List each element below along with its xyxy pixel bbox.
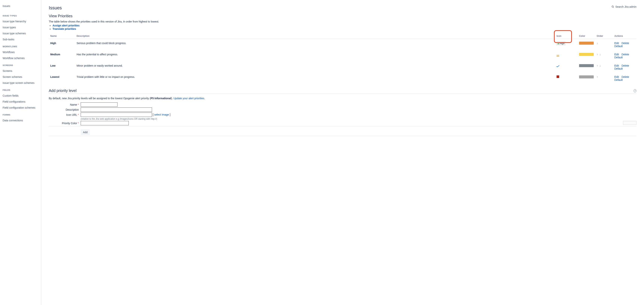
order-down-icon[interactable]: ↓: [600, 64, 601, 67]
form-note: By default, new Jira priority levels wil…: [49, 97, 636, 100]
svg-point-0: [612, 6, 614, 7]
low-priority-icon: [556, 65, 559, 67]
delete-link[interactable]: Delete: [622, 42, 629, 45]
table-row: Low Minor problem or easily worked aroun…: [49, 62, 636, 73]
order-up-icon[interactable]: ↑: [597, 64, 598, 67]
color-swatch: [579, 64, 594, 67]
default-link[interactable]: Default: [614, 56, 622, 59]
sidebar-item[interactable]: Issue type screen schemes: [3, 80, 41, 86]
priorities-table: Name Description Icon Color Order Action…: [49, 33, 636, 84]
search-admin[interactable]: Search Jira admin: [612, 5, 636, 8]
sidebar-group-header: FIELDS: [3, 89, 41, 91]
sidebar-top[interactable]: Issues: [3, 4, 41, 12]
icon-hint: (relative to the Jira web application e.…: [81, 118, 170, 120]
table-row: Lowest Trivial problem with little or no…: [49, 73, 636, 84]
order-up-icon[interactable]: ↑: [597, 76, 598, 78]
sidebar-item[interactable]: Workflows: [3, 49, 41, 55]
delete-link[interactable]: Delete: [622, 64, 629, 67]
sidebar-item[interactable]: Field configurations: [3, 99, 41, 105]
edit-link[interactable]: Edit: [614, 42, 619, 45]
help-icon[interactable]: ?: [634, 89, 636, 92]
sidebar-item[interactable]: Data connections: [3, 118, 41, 124]
priority-desc: Trivial problem with little or no impact…: [75, 73, 555, 84]
icon-header-highlight: [554, 30, 572, 43]
color-preview: [623, 121, 636, 125]
priority-name: Medium: [49, 50, 75, 62]
sidebar-item[interactable]: Sub-tasks: [3, 36, 41, 42]
add-button[interactable]: Add: [81, 129, 90, 135]
search-label: Search Jira admin: [615, 5, 636, 8]
add-heading: Add priority level: [49, 88, 76, 93]
color-input[interactable]: [81, 121, 129, 125]
priority-name: Lowest: [49, 73, 75, 84]
color-swatch: [579, 42, 594, 45]
order-down-icon[interactable]: ↓: [600, 53, 601, 56]
name-input[interactable]: [81, 102, 118, 107]
divider: [49, 126, 636, 126]
th-name: Name: [49, 33, 75, 39]
default-link[interactable]: Default: [614, 78, 622, 82]
priority-desc: Has the potential to affect progress.: [75, 50, 555, 62]
sidebar-item[interactable]: Issue type hierarchy: [3, 18, 41, 24]
page-title: Issues: [49, 5, 62, 10]
order-down-icon[interactable]: ↓: [597, 42, 598, 45]
edit-link[interactable]: Edit: [614, 76, 619, 78]
divider: [49, 94, 636, 94]
color-swatch: [579, 76, 594, 78]
select-image-link[interactable]: select image: [154, 113, 169, 116]
desc-input[interactable]: [81, 108, 152, 112]
sidebar-item[interactable]: Screen schemes: [3, 74, 41, 80]
sidebar: Issues ISSUE TYPES Issue type hierarchy …: [0, 0, 41, 305]
sidebar-group-header: SCREENS: [3, 64, 41, 66]
sidebar-item[interactable]: Workflow schemes: [3, 55, 41, 61]
th-color: Color: [578, 33, 595, 39]
name-label: Name: [70, 103, 77, 106]
edit-link[interactable]: Edit: [614, 64, 619, 67]
edit-link[interactable]: Edit: [614, 53, 619, 56]
update-alert-link[interactable]: Update your alert priorities: [174, 97, 204, 100]
table-row: High Serious problem that could block pr…: [49, 39, 636, 50]
search-icon: [612, 6, 614, 8]
desc-label: Description: [66, 108, 79, 111]
priority-desc: Serious problem that could block progres…: [75, 39, 555, 50]
th-order: Order: [595, 33, 613, 39]
sidebar-group-header: FORMS: [3, 114, 41, 116]
sidebar-item[interactable]: Screens: [3, 68, 41, 74]
order-up-icon[interactable]: ↑: [597, 53, 598, 56]
table-row: Medium Has the potential to affect progr…: [49, 50, 636, 62]
translate-link[interactable]: Translate priorities: [52, 28, 76, 30]
delete-link[interactable]: Delete: [622, 76, 629, 78]
icon-url-input[interactable]: [81, 112, 152, 117]
sidebar-item[interactable]: Custom fields: [3, 93, 41, 99]
default-link[interactable]: Default: [614, 67, 622, 70]
view-heading: View Priorities: [49, 14, 636, 18]
sidebar-group-header: ISSUE TYPES: [3, 15, 41, 17]
sidebar-item[interactable]: Issue type schemes: [3, 30, 41, 36]
assign-alert-link[interactable]: Assign alert priorities: [52, 24, 80, 27]
priority-name: High: [49, 39, 75, 50]
delete-link[interactable]: Delete: [622, 53, 629, 56]
icon-label: Icon URL: [66, 113, 77, 116]
divider: [49, 136, 636, 136]
th-desc: Description: [75, 33, 555, 39]
svg-line-1: [613, 7, 614, 8]
priority-name: Low: [49, 62, 75, 73]
color-label: Priority Color: [62, 122, 77, 125]
medium-priority-icon: [556, 55, 559, 56]
sidebar-item[interactable]: Issue types: [3, 24, 41, 30]
sidebar-group-header: WORKFLOWS: [3, 46, 41, 48]
color-swatch: [579, 53, 594, 56]
main-content: Issues Search Jira admin View Priorities…: [41, 0, 644, 305]
lowest-priority-icon: [556, 76, 559, 78]
view-desc: The table below shows the priorities use…: [49, 20, 636, 23]
th-actions: Actions: [613, 33, 636, 39]
sidebar-item[interactable]: Field configuration schemes: [3, 105, 41, 111]
priority-desc: Minor problem or easily worked around.: [75, 62, 555, 73]
default-link[interactable]: Default: [614, 45, 622, 48]
